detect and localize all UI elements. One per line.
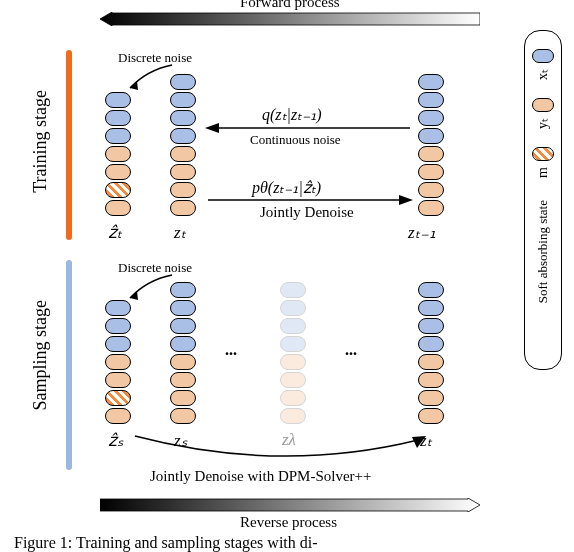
z-tm1-stack xyxy=(418,74,444,216)
token xyxy=(105,128,131,144)
svg-marker-6 xyxy=(130,291,138,300)
discrete-noise-arrow-top xyxy=(122,62,177,97)
svg-marker-7 xyxy=(412,436,426,448)
token xyxy=(418,372,444,388)
z-lambda-stack xyxy=(280,282,306,424)
figure-caption: Figure 1: Training and sampling stages w… xyxy=(14,534,318,552)
token xyxy=(170,408,196,424)
q-formula: q(zₜ|zₜ₋₁) xyxy=(262,105,322,124)
token xyxy=(418,390,444,406)
legend-item-m: m xyxy=(532,147,554,178)
training-stage-label: Training stage xyxy=(30,90,51,193)
token xyxy=(170,146,196,162)
token xyxy=(105,200,131,216)
token xyxy=(418,282,444,298)
z-t-label: zₜ xyxy=(174,222,186,243)
legend-token-m xyxy=(532,147,554,161)
token xyxy=(418,408,444,424)
legend-token-x xyxy=(532,49,554,63)
legend-desc-m: Soft absorbing state xyxy=(535,200,551,303)
token xyxy=(418,146,444,162)
token xyxy=(418,200,444,216)
legend: xₜ yₜ m Soft absorbing state xyxy=(524,30,562,370)
svg-marker-1 xyxy=(130,81,138,90)
jointly-denoise-label: Jointly Denoise xyxy=(260,204,354,221)
token xyxy=(170,164,196,180)
token xyxy=(170,390,196,406)
training-stage-bar xyxy=(66,50,72,240)
token xyxy=(280,408,306,424)
svg-marker-5 xyxy=(399,195,413,205)
zhat-t-label: ẑₜ xyxy=(108,222,122,243)
svg-marker-8 xyxy=(100,498,480,512)
forward-process-arrow xyxy=(100,12,480,26)
caption-prefix: Figure 1: xyxy=(14,534,72,551)
token xyxy=(170,372,196,388)
zhat-s-label: ẑₛ xyxy=(108,430,123,451)
token xyxy=(105,182,131,198)
legend-item-x: xₜ xyxy=(532,49,554,80)
joint-denoise-arc xyxy=(130,434,430,470)
token xyxy=(105,146,131,162)
token xyxy=(105,354,131,370)
token xyxy=(170,182,196,198)
token xyxy=(418,354,444,370)
continuous-noise-label: Continuous noise xyxy=(250,132,341,148)
token xyxy=(105,318,131,334)
z-tm1-label: zₜ₋₁ xyxy=(408,222,436,243)
discrete-noise-arrow-bot xyxy=(122,272,177,307)
token xyxy=(170,336,196,352)
token xyxy=(280,282,306,298)
token xyxy=(170,200,196,216)
token xyxy=(280,318,306,334)
svg-marker-3 xyxy=(205,123,219,133)
jointly-denoise-dpm: Jointly Denoise with DPM-Solver++ xyxy=(150,468,372,485)
legend-label-x: xₜ xyxy=(535,69,551,80)
sampling-stage-bar xyxy=(66,260,72,470)
token xyxy=(170,318,196,334)
zhat-t-stack xyxy=(105,92,131,216)
dots-right: ··· xyxy=(345,345,357,363)
dots-left: ··· xyxy=(225,345,237,363)
token xyxy=(418,128,444,144)
token xyxy=(170,110,196,126)
token xyxy=(418,110,444,126)
sampling-stage-label: Sampling stage xyxy=(30,300,51,411)
token xyxy=(418,300,444,316)
token xyxy=(280,372,306,388)
token xyxy=(418,318,444,334)
token xyxy=(280,354,306,370)
zhat-s-stack xyxy=(105,300,131,424)
p-formula: pθ(zₜ₋₁|ẑₜ) xyxy=(252,178,321,197)
reverse-process-arrow xyxy=(100,498,480,512)
z-t2-stack xyxy=(418,282,444,424)
caption-text: Training and sampling stages with di- xyxy=(72,534,317,551)
token xyxy=(418,336,444,352)
token xyxy=(418,74,444,90)
diagram-container: Forward process Training stage Sampling … xyxy=(0,0,574,552)
token xyxy=(105,390,131,406)
legend-item-y: yₜ xyxy=(532,98,554,129)
token xyxy=(418,92,444,108)
token xyxy=(418,164,444,180)
legend-token-y xyxy=(532,98,554,112)
token xyxy=(418,182,444,198)
token xyxy=(170,128,196,144)
legend-label-m: m xyxy=(535,167,551,178)
forward-process-label: Forward process xyxy=(240,0,340,11)
token xyxy=(105,372,131,388)
svg-marker-0 xyxy=(100,12,480,26)
legend-label-y: yₜ xyxy=(535,118,551,129)
token xyxy=(170,354,196,370)
reverse-process-label: Reverse process xyxy=(240,514,337,531)
token xyxy=(280,300,306,316)
token xyxy=(105,336,131,352)
token xyxy=(280,390,306,406)
token xyxy=(105,164,131,180)
token xyxy=(105,408,131,424)
token xyxy=(280,336,306,352)
token xyxy=(105,110,131,126)
